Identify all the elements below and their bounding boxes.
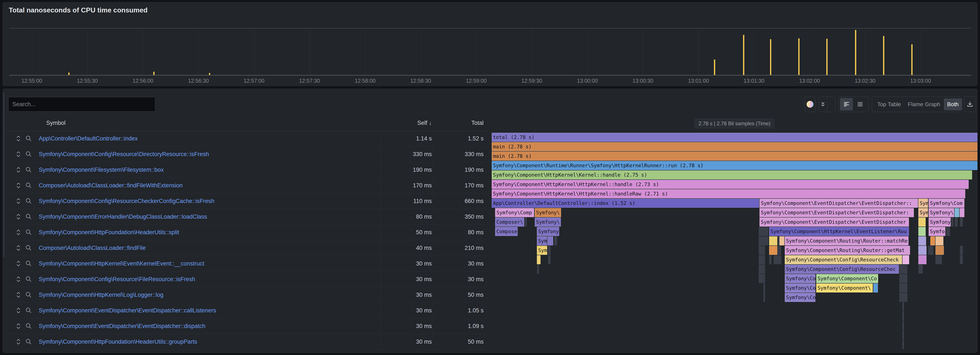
flame-frame[interactable]: Symfony\Component\HttpKernel\HttpKernel:… [492,180,969,189]
download-button[interactable] [964,97,976,112]
flame-frame[interactable]: Symfony\Component\EventDispatcher\EventD… [759,199,918,208]
flame-frame[interactable]: Symfony\Component\Routing\Router::matchR… [785,236,908,245]
row-expand-icon[interactable] [15,151,22,158]
flame-frame[interactable]: Symfony\Component\Config\ResourceChec [785,265,899,274]
flame-frame[interactable] [759,274,765,283]
symbol-link[interactable]: Symfony\Component\HttpKernel\Event\Kerne… [39,260,204,267]
symbol-link[interactable]: Symfony\Component\EventDispatcher\EventD… [39,307,216,314]
flame-frame[interactable] [537,265,539,274]
flame-frame[interactable]: Sym [537,236,547,245]
flame-frame[interactable] [525,218,527,226]
flame-frame[interactable]: Symfony\Component\EventDispatcher\EventD… [759,218,909,226]
flame-frame[interactable]: Symfony\Component\ [816,283,873,293]
column-header-self[interactable]: Self ↓ [417,120,432,126]
flame-frame[interactable] [759,255,765,264]
flame-frame[interactable] [935,246,944,255]
flame-frame[interactable]: Symfony [929,218,951,226]
flame-frame[interactable] [951,218,953,226]
symbol-link[interactable]: Symfony\Component\HttpFoundation\HeaderU… [39,339,197,345]
flame-frame[interactable] [778,236,779,245]
flame-frame[interactable] [764,293,765,302]
align-left-button[interactable] [840,98,853,110]
flame-frame[interactable]: Symfony\Component\Routing\Router::getMat [785,246,910,255]
column-header-total[interactable]: Total [471,120,484,126]
view-mode-flame-graph[interactable]: Flame Graph [904,99,944,110]
flame-frame[interactable]: Composer\ [495,218,524,226]
row-expand-icon[interactable] [15,182,22,189]
flame-frame[interactable] [902,331,904,339]
flame-frame[interactable] [955,218,958,226]
column-header-symbol[interactable]: Symbol [46,120,65,126]
search-input[interactable] [8,97,155,111]
symbol-link[interactable]: Composer\Autoload\ClassLoader::findFile [39,245,146,252]
row-expand-icon[interactable] [15,197,22,205]
flame-frame[interactable]: Symfo [929,227,945,236]
row-search-icon[interactable] [25,151,32,158]
flame-frame[interactable]: Sym [918,208,928,217]
row-expand-icon[interactable] [15,229,22,236]
flame-frame[interactable] [918,246,926,255]
row-search-icon[interactable] [25,291,32,298]
row-search-icon[interactable] [25,213,32,220]
flame-frame[interactable]: Symfony\Co [785,283,815,293]
flame-frame[interactable] [902,255,909,264]
flame-frame[interactable] [548,255,550,264]
flame-frame[interactable]: Symfony\Component\HttpKernel\HttpKernel:… [492,189,965,198]
flame-frame[interactable] [918,236,926,245]
flame-frame[interactable] [918,218,926,226]
row-expand-icon[interactable] [15,322,22,330]
flame-frame[interactable] [899,274,907,283]
flame-frame[interactable] [928,246,933,255]
flame-frame[interactable]: Symfony [537,227,559,236]
flame-frame[interactable] [769,246,777,255]
row-search-icon[interactable] [25,135,32,142]
row-expand-icon[interactable] [15,260,22,267]
flame-frame[interactable] [960,246,963,255]
flame-frame[interactable]: Symfony\Co [785,293,815,302]
row-expand-icon[interactable] [15,166,22,174]
symbol-link[interactable]: Symfony\Component\Config\Resource\FileRe… [39,276,195,283]
flame-frame[interactable] [873,283,878,293]
flame-frame[interactable] [902,340,904,349]
flame-frame[interactable]: Symfony\Component\Runtime\Runner\Symfony… [492,161,977,170]
flame-frame[interactable]: Symfony\ [929,208,954,217]
flame-frame[interactable] [918,265,923,274]
flame-frame[interactable]: Symfony\Com [929,199,964,208]
symbol-link[interactable]: Symfony\Component\Config\ResourceChecker… [39,198,215,204]
symbol-link[interactable]: Symfony\Component\Config\Resource\Direct… [39,151,209,158]
row-expand-icon[interactable] [15,275,22,283]
row-expand-icon[interactable] [15,307,22,314]
row-expand-icon[interactable] [15,291,22,298]
flame-frame[interactable] [960,255,963,264]
row-expand-icon[interactable] [15,338,22,345]
flame-frame[interactable]: total (2.78 s) [492,133,977,142]
flame-frame[interactable] [769,255,772,264]
row-search-icon[interactable] [25,275,32,283]
row-search-icon[interactable] [25,166,32,174]
flame-frame[interactable] [935,236,943,245]
flame-frame[interactable] [759,236,768,245]
color-scheme-button[interactable] [805,97,816,112]
symbol-link[interactable]: App\Controller\DefaultController::index [39,135,138,142]
flame-frame[interactable] [759,246,765,255]
flame-frame[interactable] [537,255,541,264]
flame-frame[interactable]: Sym [537,246,547,255]
symbol-link[interactable]: Composer\Autoload\ClassLoader::findFileW… [39,182,183,189]
row-search-icon[interactable] [25,197,32,205]
symbol-link[interactable]: Symfony\Component\HttpFoundation\HeaderU… [39,229,179,236]
flame-frame[interactable] [759,227,768,236]
flame-frame[interactable] [899,283,907,293]
flame-frame[interactable]: Sym [918,199,928,208]
flame-frame[interactable] [899,293,907,302]
flame-frame[interactable] [918,227,926,236]
flame-frame[interactable] [955,208,959,217]
flame-frame[interactable]: App\Controller\DefaultController::index … [492,199,759,208]
symbol-link[interactable]: Symfony\Component\Filesystem\Filesystem:… [39,167,164,173]
align-justify-button[interactable] [854,98,867,110]
flame-frame[interactable]: Symfony\Component\EventDispatcher\EventD… [759,208,914,217]
flame-frame[interactable] [930,236,935,245]
flame-frame[interactable] [759,265,765,274]
flame-frame[interactable] [935,255,942,264]
view-mode-both[interactable]: Both [944,99,962,110]
flame-frame[interactable]: Symfony\ [535,208,561,217]
